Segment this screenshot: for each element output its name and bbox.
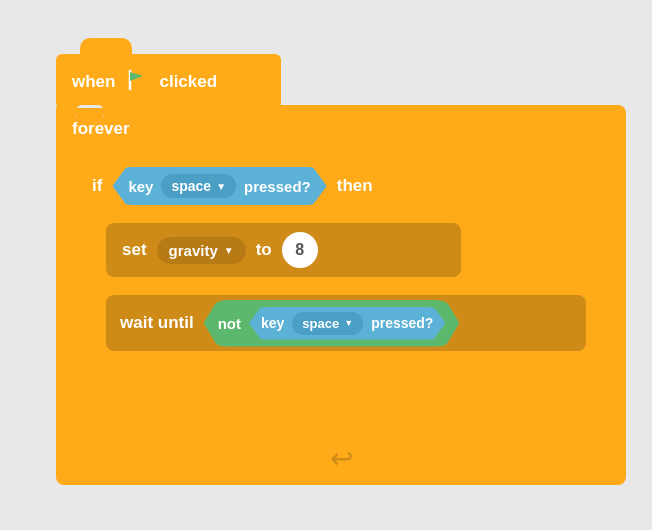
if-row: if key space ▼ pressed? then <box>76 155 606 215</box>
value-bubble[interactable]: 8 <box>282 232 318 268</box>
hat-bump <box>80 38 132 60</box>
hat-block[interactable]: when clicked <box>56 38 281 109</box>
clicked-label: clicked <box>159 72 217 92</box>
when-label: when <box>72 72 115 92</box>
hat-body[interactable]: when clicked <box>56 54 281 109</box>
if-label: if <box>92 176 102 196</box>
set-label: set <box>122 240 147 260</box>
chevron-down-icon-gravity: ▼ <box>224 245 234 256</box>
loop-arrow: ↩ <box>330 442 353 475</box>
key-label-wait: key <box>261 315 284 331</box>
key-pressed-condition[interactable]: key space ▼ pressed? <box>112 167 326 205</box>
space-label-if: space <box>171 178 211 194</box>
key-label-if: key <box>128 178 153 195</box>
pressed-label-wait: pressed? <box>371 315 433 331</box>
if-block[interactable]: if key space ▼ pressed? then set gravity <box>76 155 606 440</box>
key-pressed-wait[interactable]: key space ▼ pressed? <box>249 307 445 340</box>
chevron-down-icon-if: ▼ <box>216 181 226 192</box>
if-bottom-bar <box>76 398 606 440</box>
hat-connector <box>76 108 104 119</box>
set-block[interactable]: set gravity ▼ to 8 <box>106 223 461 277</box>
then-label: then <box>337 176 373 196</box>
gravity-label: gravity <box>169 242 218 259</box>
to-label: to <box>256 240 272 260</box>
wait-label: wait until <box>120 313 194 333</box>
wait-until-block[interactable]: wait until not key space ▼ pressed? <box>106 295 586 351</box>
forever-block[interactable]: forever if key space ▼ pressed? then <box>56 105 626 485</box>
gravity-dropdown[interactable]: gravity ▼ <box>157 237 246 264</box>
space-dropdown-if[interactable]: space ▼ <box>161 174 236 198</box>
space-label-wait: space <box>302 316 339 331</box>
chevron-down-icon-wait: ▼ <box>344 318 353 328</box>
not-block[interactable]: not key space ▼ pressed? <box>204 300 460 347</box>
not-label: not <box>218 315 241 332</box>
pressed-label-if: pressed? <box>244 178 311 195</box>
space-dropdown-wait[interactable]: space ▼ <box>292 312 363 335</box>
value-8: 8 <box>295 241 304 259</box>
forever-label: forever <box>56 105 626 153</box>
scratch-canvas: when clicked forever if <box>26 20 626 510</box>
flag-icon <box>125 68 149 96</box>
